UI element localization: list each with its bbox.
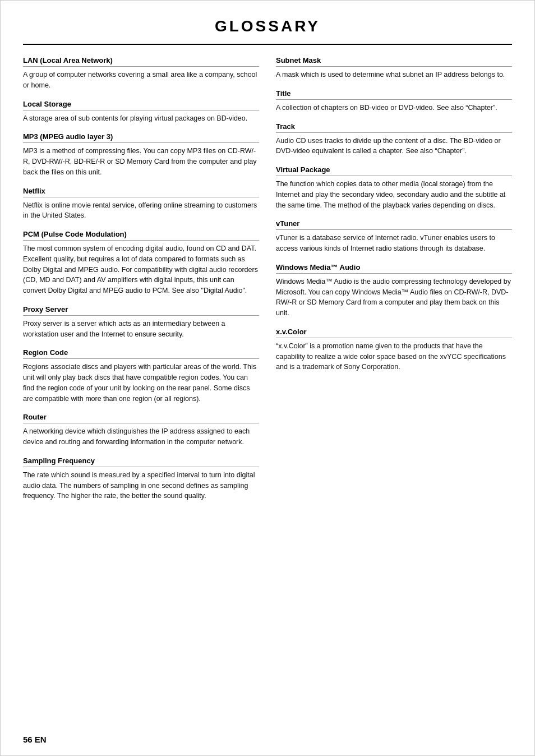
entry-definition: vTuner is a database service of Internet… xyxy=(276,233,512,254)
entry-definition: Regions associate discs and players with… xyxy=(23,362,259,404)
entry-definition: A networking device which distinguishes … xyxy=(23,426,259,448)
entry-term: Virtual Package xyxy=(276,165,512,176)
entry-term: Proxy Server xyxy=(23,305,259,316)
right-entry-0: Subnet MaskA mask which is used to deter… xyxy=(276,56,512,80)
entry-definition: Audio CD uses tracks to divide up the co… xyxy=(276,136,512,157)
right-entry-3: Virtual PackageThe function which copies… xyxy=(276,165,512,210)
entry-definition: The function which copies data to other … xyxy=(276,179,512,210)
entry-term: LAN (Local Area Network) xyxy=(23,56,259,67)
entry-term: Netflix xyxy=(23,187,259,197)
left-entry-6: Region CodeRegions associate discs and p… xyxy=(23,348,259,404)
left-entry-1: Local StorageA storage area of sub conte… xyxy=(23,100,259,124)
left-column: LAN (Local Area Network)A group of compu… xyxy=(23,56,259,510)
entry-definition: A group of computer networks covering a … xyxy=(23,70,259,91)
entry-definition: A mask which is used to determine what s… xyxy=(276,70,512,80)
entry-definition: Netflix is online movie rental service, … xyxy=(23,200,259,222)
entry-definition: Windows Media™ Audio is the audio compre… xyxy=(276,276,512,319)
entry-definition: Proxy server is a server which acts as a… xyxy=(23,319,259,340)
entry-definition: The most common system of encoding digit… xyxy=(23,243,259,296)
entry-term: Region Code xyxy=(23,348,259,359)
right-column: Subnet MaskA mask which is used to deter… xyxy=(276,56,512,510)
entry-term: MP3 (MPEG audio layer 3) xyxy=(23,132,259,143)
entry-term: Windows Media™ Audio xyxy=(276,263,512,274)
entry-term: Title xyxy=(276,89,512,100)
entry-term: x.v.Color xyxy=(276,328,512,338)
entry-term: Local Storage xyxy=(23,100,259,110)
left-entry-4: PCM (Pulse Code Modulation)The most comm… xyxy=(23,230,259,296)
entry-term: PCM (Pulse Code Modulation) xyxy=(23,230,259,241)
entry-term: Sampling Frequency xyxy=(23,457,259,467)
left-entry-8: Sampling FrequencyThe rate which sound i… xyxy=(23,457,259,501)
right-entry-4: vTunervTuner is a database service of In… xyxy=(276,219,512,254)
entry-definition: The rate which sound is measured by a sp… xyxy=(23,470,259,501)
entry-term: Router xyxy=(23,413,259,423)
content-area: LAN (Local Area Network)A group of compu… xyxy=(23,56,512,510)
page-footer: 56 EN xyxy=(23,735,47,744)
left-entry-7: RouterA networking device which distingu… xyxy=(23,413,259,448)
entry-definition: MP3 is a method of compressing files. Yo… xyxy=(23,146,259,177)
right-entry-6: x.v.Color“x.v.Color” is a promotion name… xyxy=(276,328,512,372)
left-entry-3: NetflixNetflix is online movie rental se… xyxy=(23,187,259,222)
page: GLOSSARY LAN (Local Area Network)A group… xyxy=(0,0,535,756)
entry-term: Subnet Mask xyxy=(276,56,512,67)
right-entry-2: TrackAudio CD uses tracks to divide up t… xyxy=(276,122,512,157)
entry-definition: “x.v.Color” is a promotion name given to… xyxy=(276,341,512,372)
left-entry-0: LAN (Local Area Network)A group of compu… xyxy=(23,56,259,91)
right-entry-1: TitleA collection of chapters on BD-vide… xyxy=(276,89,512,113)
left-entry-2: MP3 (MPEG audio layer 3)MP3 is a method … xyxy=(23,132,259,177)
page-title: GLOSSARY xyxy=(23,12,512,45)
entry-definition: A collection of chapters on BD-video or … xyxy=(276,103,512,113)
right-entry-5: Windows Media™ AudioWindows Media™ Audio… xyxy=(276,263,512,319)
left-entry-5: Proxy ServerProxy server is a server whi… xyxy=(23,305,259,340)
entry-term: Track xyxy=(276,122,512,133)
entry-term: vTuner xyxy=(276,219,512,230)
entry-definition: A storage area of sub contents for playi… xyxy=(23,113,259,124)
